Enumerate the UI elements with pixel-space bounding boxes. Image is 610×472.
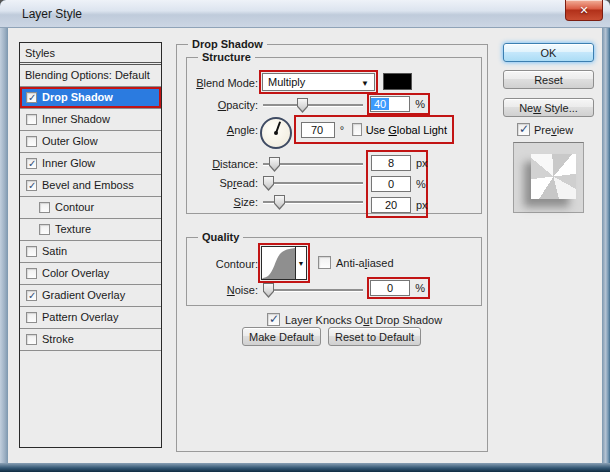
- distance-unit: px: [416, 157, 428, 169]
- sidebar-item-blending-options[interactable]: Blending Options: Default: [20, 65, 161, 87]
- size-label: Size:: [186, 196, 258, 208]
- make-default-button[interactable]: Make Default: [242, 327, 321, 346]
- sidebar-item-inner-glow[interactable]: Inner Glow: [20, 153, 161, 175]
- new-style-button[interactable]: New Style...: [503, 98, 594, 117]
- ok-button[interactable]: OK: [503, 43, 594, 62]
- use-global-light-checkbox[interactable]: [352, 123, 362, 136]
- inner-glow-checkbox[interactable]: [26, 158, 37, 169]
- sidebar-item-label: Inner Glow: [42, 157, 95, 169]
- sidebar-item-label: Gradient Overlay: [42, 289, 125, 301]
- size-value: 20: [385, 199, 397, 211]
- layer-knocks-out-label: Layer Knocks Out Drop Shadow: [285, 314, 442, 326]
- distance-input[interactable]: 8: [371, 155, 411, 171]
- sidebar-item-label: Color Overlay: [42, 267, 109, 279]
- sidebar-item-satin[interactable]: Satin: [20, 241, 161, 263]
- distance-value: 8: [388, 157, 394, 169]
- window-frame-bottom: [0, 463, 610, 472]
- sidebar-item-label: Blending Options: Default: [25, 69, 150, 81]
- sidebar-item-texture[interactable]: Texture: [20, 219, 161, 241]
- shadow-color-swatch[interactable]: [383, 73, 412, 90]
- size-unit: px: [416, 199, 428, 211]
- preview-checkbox[interactable]: [517, 123, 530, 136]
- sidebar-item-outer-glow[interactable]: Outer Glow: [20, 131, 161, 153]
- preview-layer-sample: [531, 154, 576, 199]
- panel-title: Drop Shadow: [188, 38, 267, 50]
- chevron-down-icon: ▼: [361, 79, 369, 88]
- texture-checkbox[interactable]: [39, 224, 50, 235]
- sidebar-item-label: Inner Shadow: [42, 113, 110, 125]
- gradient-overlay-checkbox[interactable]: [26, 290, 37, 301]
- reset-to-default-button[interactable]: Reset to Default: [328, 327, 421, 346]
- noise-label: Noise:: [186, 284, 258, 296]
- annotation-box-contour: ▼: [258, 243, 310, 283]
- sidebar-item-gradient-overlay[interactable]: Gradient Overlay: [20, 285, 161, 307]
- sidebar-item-bevel-emboss[interactable]: Bevel and Emboss: [20, 175, 161, 197]
- angle-value: 70: [311, 124, 323, 136]
- close-icon: ✕: [579, 4, 588, 17]
- spread-input[interactable]: 0: [371, 176, 411, 192]
- annotation-box-noise: 0 %: [367, 277, 430, 299]
- dialog-body: Styles Blending Options: Default Drop Sh…: [8, 28, 602, 463]
- sidebar-item-pattern-overlay[interactable]: Pattern Overlay: [20, 307, 161, 329]
- opacity-label: Opacity:: [186, 99, 258, 111]
- sidebar-item-label: Outer Glow: [42, 135, 98, 147]
- annotation-box-distance-spread-size: 8 px 0 % 20 px: [366, 150, 428, 218]
- pattern-overlay-checkbox[interactable]: [26, 312, 37, 323]
- inner-shadow-checkbox[interactable]: [26, 114, 37, 125]
- noise-value: 0: [387, 282, 393, 294]
- sidebar-item-inner-shadow[interactable]: Inner Shadow: [20, 109, 161, 131]
- opacity-value: 40: [371, 98, 389, 110]
- angle-dial[interactable]: [260, 117, 292, 149]
- anti-aliased-checkbox[interactable]: [318, 256, 331, 269]
- opacity-unit: %: [415, 98, 425, 110]
- opacity-slider-thumb[interactable]: [297, 98, 308, 113]
- styles-header: Styles: [20, 43, 161, 65]
- satin-checkbox[interactable]: [26, 246, 37, 257]
- angle-input[interactable]: 70: [301, 122, 335, 138]
- sidebar-item-drop-shadow[interactable]: Drop Shadow: [20, 87, 161, 109]
- window-frame-left: [0, 28, 8, 472]
- outer-glow-checkbox[interactable]: [26, 136, 37, 147]
- titlebar[interactable]: Layer Style ✕: [0, 0, 610, 28]
- size-input[interactable]: 20: [371, 197, 411, 213]
- sidebar-item-stroke[interactable]: Stroke: [20, 329, 161, 351]
- reset-button[interactable]: Reset: [503, 70, 594, 89]
- sidebar-item-label: Stroke: [42, 333, 74, 345]
- annotation-box-opacity: 40 %: [367, 93, 430, 115]
- blend-mode-dropdown[interactable]: Multiply ▼: [262, 73, 375, 91]
- opacity-input[interactable]: 40: [370, 96, 410, 112]
- window-title: Layer Style: [22, 7, 82, 21]
- stroke-checkbox[interactable]: [26, 334, 37, 345]
- bevel-emboss-checkbox[interactable]: [26, 180, 37, 191]
- styles-list: Styles Blending Options: Default Drop Sh…: [19, 42, 162, 448]
- noise-slider-track[interactable]: [263, 289, 363, 291]
- sidebar-item-label: Pattern Overlay: [42, 311, 118, 323]
- sidebar-item-color-overlay[interactable]: Color Overlay: [20, 263, 161, 285]
- anti-aliased-label: Anti-aliased: [336, 257, 394, 269]
- spread-value: 0: [388, 178, 394, 190]
- angle-unit: °: [340, 124, 344, 136]
- drop-shadow-checkbox[interactable]: [26, 92, 37, 103]
- blend-mode-label: Blend Mode:: [186, 77, 258, 89]
- sidebar-item-label: Texture: [55, 223, 91, 235]
- sidebar-item-contour[interactable]: Contour: [20, 197, 161, 219]
- preview-label: Preview: [534, 124, 573, 136]
- size-slider-thumb[interactable]: [274, 195, 285, 210]
- close-button[interactable]: ✕: [565, 0, 603, 21]
- spread-unit: %: [416, 178, 426, 190]
- opacity-slider-track[interactable]: [263, 104, 363, 106]
- noise-slider-thumb[interactable]: [263, 283, 274, 298]
- spread-slider-thumb[interactable]: [263, 176, 274, 191]
- color-overlay-checkbox[interactable]: [26, 268, 37, 279]
- spread-slider-track[interactable]: [263, 182, 363, 184]
- layer-style-dialog: Layer Style ✕ Styles Blending Options: D…: [0, 0, 610, 472]
- chevron-down-icon: ▼: [295, 247, 306, 279]
- distance-slider-thumb[interactable]: [269, 157, 280, 172]
- annotation-box-angle: 70 ° Use Global Light: [294, 115, 454, 144]
- contour-picker[interactable]: ▼: [261, 246, 307, 280]
- contour-checkbox[interactable]: [39, 202, 50, 213]
- angle-label: Angle:: [186, 124, 258, 136]
- distance-label: Distance:: [186, 158, 258, 170]
- noise-input[interactable]: 0: [370, 280, 410, 296]
- layer-knocks-out-checkbox[interactable]: [267, 313, 280, 326]
